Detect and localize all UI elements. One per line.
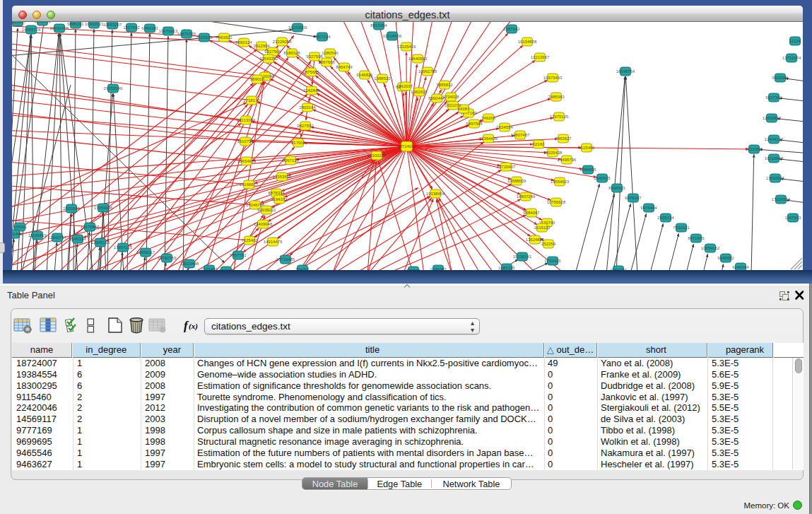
svg-text:1588520: 1588520	[374, 76, 391, 81]
svg-text:1640935: 1640935	[594, 176, 611, 180]
svg-text:15716485: 15716485	[276, 257, 295, 262]
svg-text:14914479: 14914479	[264, 240, 283, 244]
svg-text:8267130: 8267130	[282, 158, 299, 163]
svg-text:8454749: 8454749	[336, 65, 353, 69]
svg-text:2803144: 2803144	[299, 105, 316, 110]
svg-text:23495796: 23495796	[558, 158, 577, 162]
svg-text:15136141: 15136141	[513, 255, 532, 259]
svg-text:17359936: 17359936	[94, 206, 113, 210]
svg-text:10756928: 10756928	[547, 200, 566, 204]
svg-text:17957225: 17957225	[114, 245, 133, 250]
svg-text:9329996: 9329996	[772, 76, 789, 80]
svg-text:2087642: 2087642	[503, 27, 520, 31]
svg-text:1905571: 1905571	[34, 22, 51, 23]
svg-text:14055724: 14055724	[22, 28, 41, 32]
svg-text:10154808: 10154808	[518, 40, 537, 44]
svg-text:10902521: 10902521	[85, 22, 104, 26]
svg-text:15720407: 15720407	[497, 165, 516, 169]
svg-text:1621072: 1621072	[445, 103, 461, 107]
svg-text:19654923: 19654923	[551, 180, 570, 184]
svg-text:9327506: 9327506	[264, 49, 281, 54]
svg-text:7357224: 7357224	[314, 35, 331, 39]
svg-text:904521: 904521	[219, 269, 234, 270]
svg-text:12444137: 12444137	[765, 137, 784, 141]
svg-text:10671913: 10671913	[159, 29, 178, 33]
svg-text:16210643: 16210643	[765, 156, 784, 160]
svg-text:764201: 764201	[295, 267, 310, 270]
svg-text:34938222: 34938222	[257, 208, 276, 212]
svg-text:18807249: 18807249	[517, 194, 536, 199]
svg-text:10807487: 10807487	[511, 133, 530, 137]
svg-text:2020656: 2020656	[63, 206, 80, 211]
svg-text:12942757: 12942757	[48, 235, 67, 240]
svg-text:10688609: 10688609	[507, 179, 526, 183]
svg-text:317004: 317004	[291, 141, 306, 145]
svg-text:(x): (x)	[189, 322, 198, 331]
svg-text:1624554: 1624554	[496, 125, 513, 129]
svg-text:8938923: 8938923	[608, 186, 625, 190]
svg-text:12213393: 12213393	[237, 118, 256, 122]
svg-text:8813054: 8813054	[370, 23, 387, 28]
svg-text:7485063: 7485063	[548, 95, 565, 99]
svg-text:1194372: 1194372	[271, 197, 288, 201]
svg-text:962037: 962037	[399, 84, 413, 88]
svg-text:23226058: 23226058	[273, 40, 292, 44]
svg-text:6497568: 6497568	[466, 122, 483, 126]
svg-text:9886201: 9886201	[67, 22, 84, 26]
svg-text:9699695: 9699695	[579, 168, 596, 172]
svg-text:8990448: 8990448	[428, 96, 445, 100]
svg-text:12093822: 12093822	[763, 116, 782, 120]
svg-text:6479197: 6479197	[625, 196, 642, 200]
svg-text:872341: 872341	[406, 269, 421, 270]
svg-text:9227342: 9227342	[765, 95, 782, 100]
svg-text:8878334: 8878334	[268, 191, 285, 195]
svg-text:1080546: 1080546	[322, 51, 339, 55]
svg-text:746266: 746266	[481, 116, 496, 120]
svg-text:1527602: 1527602	[123, 25, 140, 30]
svg-text:11124: 11124	[789, 39, 801, 43]
svg-text:16640910: 16640910	[408, 57, 428, 61]
svg-text:9084067: 9084067	[523, 211, 540, 215]
svg-text:10973493: 10973493	[543, 76, 563, 80]
svg-text:9115460: 9115460	[579, 146, 596, 150]
svg-text:17016504: 17016504	[772, 197, 791, 201]
svg-text:6466160: 6466160	[141, 26, 158, 30]
svg-text:18724007: 18724007	[397, 144, 416, 148]
svg-text:12923448: 12923448	[180, 262, 199, 266]
svg-text:9327508: 9327508	[306, 54, 323, 59]
svg-text:1273450: 1273450	[201, 267, 218, 270]
svg-text:1615112: 1615112	[534, 226, 551, 230]
svg-text:2367608: 2367608	[318, 60, 335, 64]
svg-text:9734028: 9734028	[442, 95, 459, 99]
svg-text:1345082: 1345082	[430, 267, 447, 270]
svg-text:252254: 252254	[541, 242, 556, 246]
svg-text:2718170: 2718170	[243, 98, 260, 103]
svg-text:11156819: 11156819	[28, 233, 47, 238]
svg-text:12975125: 12975125	[550, 115, 569, 119]
svg-text:9474444: 9474444	[640, 206, 657, 210]
svg-text:19654983: 19654983	[237, 159, 257, 163]
svg-text:12905135: 12905135	[91, 240, 110, 245]
svg-text:19218906: 19218906	[383, 34, 402, 38]
svg-text:19166827: 19166827	[240, 182, 259, 187]
svg-text:9245682: 9245682	[717, 256, 734, 260]
svg-text:3911448: 3911448	[12, 232, 23, 236]
svg-text:10975857: 10975857	[81, 225, 100, 229]
svg-text:8186328: 8186328	[283, 51, 300, 55]
svg-text:15300275: 15300275	[367, 153, 387, 158]
svg-text:939001: 939001	[13, 225, 28, 229]
svg-text:16671355: 16671355	[177, 32, 196, 36]
svg-text:21364436: 21364436	[479, 136, 498, 141]
svg-text:1167533: 1167533	[785, 216, 802, 220]
svg-text:20691406: 20691406	[50, 26, 69, 30]
svg-text:989016: 989016	[250, 77, 265, 81]
svg-text:9827552: 9827552	[297, 124, 314, 128]
svg-text:3875685: 3875685	[302, 70, 319, 74]
svg-text:8660124: 8660124	[235, 40, 252, 45]
svg-text:9245044: 9245044	[732, 265, 749, 269]
svg-text:7632621: 7632621	[673, 226, 690, 230]
svg-text:16033809: 16033809	[288, 25, 307, 30]
svg-text:3912954: 3912954	[253, 44, 270, 48]
svg-text:12353594: 12353594	[273, 175, 292, 179]
svg-text:8915877: 8915877	[12, 22, 26, 24]
